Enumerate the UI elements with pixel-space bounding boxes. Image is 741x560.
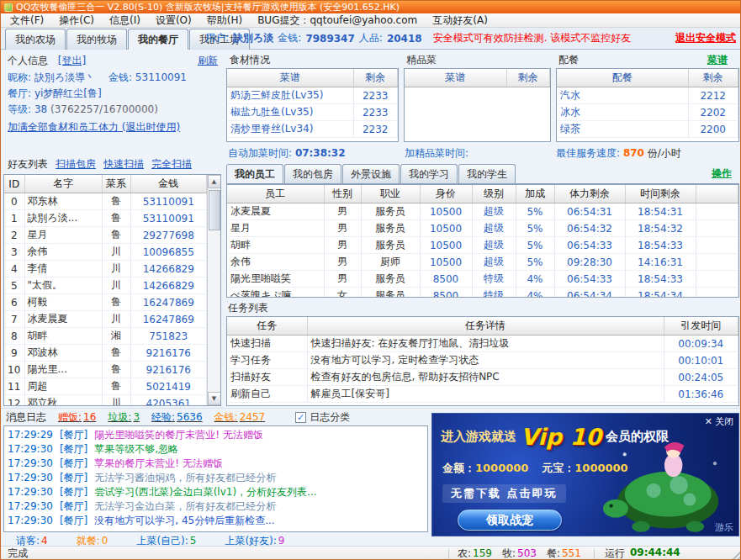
menu-item[interactable]: 文件(F)	[3, 13, 51, 29]
food-row[interactable]: 清炒里脊丝(Lv34)2232	[227, 121, 398, 138]
food-row[interactable]: 椒盐九肚鱼(Lv35)2233	[227, 104, 398, 121]
level-value: 38	[34, 103, 47, 115]
log-counter[interactable]: 垃圾:3	[108, 410, 140, 425]
employee-header-row[interactable]: 员工性别职业身价级别加成体力剩余时间剩余	[227, 185, 738, 203]
employee-row[interactable]: 余伟男厨师10500超级5%09:28:3014:16:31	[227, 254, 738, 271]
menu-item[interactable]: 信息(I)	[102, 13, 148, 29]
ad-banner[interactable]: ✕ 关闭 进入游戏就送 Vip 10 会员的权限 金额：1000000 元宝：1…	[431, 413, 739, 536]
cell: 14266829	[130, 261, 207, 277]
friend-row[interactable]: 3余伟川10096855	[4, 244, 207, 261]
friend-row[interactable]: 5"太假。川14266829	[4, 277, 207, 294]
cell: 超级	[472, 254, 516, 271]
cell: 体力剩余	[554, 185, 625, 203]
friends-list-table: ID名字菜系金钱 0邓东林鲁531100911訣別ろ淡...鲁531100912…	[3, 174, 221, 406]
app-icon	[4, 3, 13, 12]
task-row[interactable]: 扫描好友检查有好友的包房信息, 帮助好友招待NPC00:24:05	[227, 369, 738, 386]
resize-grip[interactable]	[731, 550, 741, 560]
exit-safe-mode-link[interactable]: 退出安全模式	[675, 31, 736, 45]
cell: ID	[4, 175, 24, 193]
log-filter-checkbox[interactable]: ✓ 日志分类	[295, 410, 350, 425]
staff-tab[interactable]: 外景设施	[342, 164, 400, 183]
checkbox-box[interactable]: ✓	[295, 412, 306, 423]
food-table: 菜谱剩余 奶汤三鲜皮肚(Lv35)2233椒盐九肚鱼(Lv35)2233清炒里脊…	[226, 68, 399, 142]
ad-close-button[interactable]: ✕ 关闭	[705, 415, 733, 428]
cell: 特级	[472, 271, 516, 288]
food-row[interactable]: 奶汤三鲜皮肚(Lv35)2233	[227, 87, 398, 104]
task-row[interactable]: 快速扫描快速扫描好友: 在好友餐厅打地鼠、清扫垃圾00:09:34	[227, 335, 738, 352]
menu-item[interactable]: 帮助(H)	[199, 13, 250, 29]
friend-row[interactable]: 8胡畔湘751823	[4, 328, 207, 345]
cell: 53110091	[130, 193, 207, 210]
main-tab[interactable]: 我的餐厅	[128, 29, 188, 50]
employee-row[interactable]: 星月男服务员10500超级5%06:54:3218:54:32	[227, 220, 738, 237]
drinks-table: 配餐剩余 汽水2212冰水2202绿茶2200	[556, 68, 739, 142]
refill-energy-link[interactable]: 加满全部食材和员工体力 (退出时使用)	[8, 120, 180, 135]
task-header-row[interactable]: 任务任务详情引发时间	[227, 317, 738, 335]
ad-claim-button[interactable]: 领取战宠	[458, 510, 562, 531]
cell: 超级	[472, 220, 516, 237]
friends-scrollbar[interactable]: ▲ ▼	[207, 175, 220, 405]
cell: 鲁	[102, 362, 130, 378]
friend-row[interactable]: 11周超鲁5021419	[4, 378, 207, 395]
quick-scan-link[interactable]: 快速扫描	[103, 157, 144, 172]
friend-row[interactable]: 1訣別ろ淡...鲁53110091	[4, 210, 207, 227]
staff-tab[interactable]: 我的学习	[400, 164, 458, 183]
menu-item[interactable]: 设置(O)	[148, 13, 199, 29]
drink-row[interactable]: 绿茶2200	[557, 121, 738, 138]
task-row[interactable]: 学习任务没有地方可以学习, 定时检查学习状态00:10:01	[227, 352, 738, 369]
log-counter[interactable]: 赠饭:16	[58, 410, 96, 425]
scroll-down-icon[interactable]: ▼	[208, 392, 221, 405]
log-counter[interactable]: 金钱:2457	[214, 410, 266, 425]
cell: 冰麦晨夏	[227, 203, 324, 220]
friend-row[interactable]: 12邓立秋川4205361	[4, 395, 207, 407]
food-header-row[interactable]: 菜谱剩余	[227, 69, 398, 87]
staff-tab[interactable]: 我的包房	[284, 164, 341, 183]
main-tab[interactable]: 我的农场	[5, 29, 66, 50]
full-scan-link[interactable]: 完全扫描	[151, 157, 192, 172]
friend-row[interactable]: 2星月鲁29277698	[4, 227, 207, 244]
employee-row[interactable]: 陽光里啪嗞笑男服务员8500特级4%06:54:3318:54:33	[227, 271, 738, 288]
cell: 引发时间	[664, 317, 738, 335]
recipe-menu-link[interactable]: 菜谱	[707, 53, 728, 67]
cell: 川	[102, 244, 130, 261]
friend-row[interactable]: 9邓波林鲁9216176	[4, 345, 207, 362]
menu-item[interactable]: 操作(C)	[51, 13, 102, 29]
employee-row[interactable]: 冰麦晨夏男服务员10500超级5%06:54:3118:54:31	[227, 203, 738, 220]
friends-header-row[interactable]: ID名字菜系金钱	[4, 175, 207, 193]
cell: 没有地方可以学习, 定时检查学习状态	[307, 352, 664, 369]
drinks-header-row[interactable]: 配餐剩余	[557, 69, 738, 87]
cell: 4	[4, 261, 24, 277]
main-tab[interactable]: 我的牧场	[66, 29, 127, 50]
cell: 鲁	[102, 210, 130, 227]
cell: 菜系	[102, 175, 130, 193]
employee-row[interactable]: 胡畔男服务员10500超级5%06:54:3318:54:33	[227, 237, 738, 254]
friend-row[interactable]: 0邓东林鲁53110091	[4, 193, 207, 210]
staff-tab[interactable]: 我的员工	[226, 164, 283, 183]
task-row[interactable]: 刷新自己解雇员工[保安哥]01:36:46	[227, 386, 738, 403]
friend-row[interactable]: 4李倩川14266829	[4, 261, 207, 277]
refresh-link[interactable]: 刷新	[198, 54, 218, 68]
drink-row[interactable]: 汽水2212	[557, 87, 738, 104]
premium-section-title: 精品菜	[406, 53, 437, 67]
log-counter[interactable]: 经验:5636	[151, 410, 203, 425]
employee-row[interactable]: ぺ落魄キぷ嘛女服务员8500特级4%06:54:3418:54:34	[227, 288, 738, 298]
ad-headline-lead: 进入游戏就送	[441, 429, 516, 445]
cell: 10096855	[130, 244, 207, 261]
friend-row[interactable]: 6柯毅鲁16247869	[4, 294, 207, 311]
friend-row[interactable]: 7冰麦晨夏川16247869	[4, 311, 207, 328]
message-log[interactable]: 17:29:29[餐厅]陽光里啪嗞笑的餐厅未营业! 无法赠饭17:29:30[餐…	[3, 425, 428, 532]
menu-item[interactable]: BUG提交：qqtoufei@yahoo.com	[250, 13, 425, 29]
scroll-up-icon[interactable]: ▲	[208, 175, 221, 188]
menu-item[interactable]: 互动好友(A)	[425, 13, 495, 29]
staff-action-link[interactable]: 操作	[712, 166, 732, 181]
cell: 5%	[516, 254, 554, 271]
scan-rooms-link[interactable]: 扫描包房	[56, 157, 96, 172]
friends-scrollbar-thumb[interactable]	[209, 190, 220, 230]
drink-row[interactable]: 冰水2202	[557, 104, 738, 121]
nickname-value: 訣別ろ淡導丶	[34, 71, 95, 83]
staff-tab[interactable]: 我的学生	[458, 164, 516, 183]
premium-header-row[interactable]: 菜谱剩余	[405, 69, 550, 87]
logout-link[interactable]: [登出]	[58, 55, 86, 66]
cell	[696, 254, 738, 271]
friend-row[interactable]: 10陽光里...鲁9216176	[4, 362, 207, 378]
